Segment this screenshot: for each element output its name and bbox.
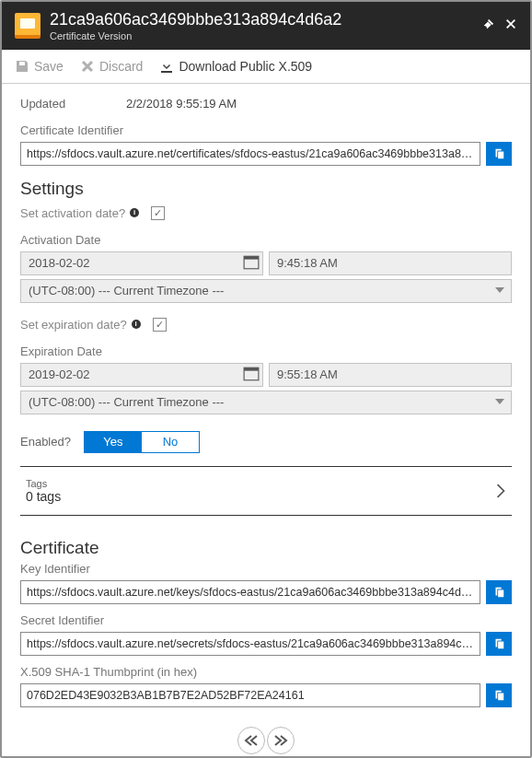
command-bar: Save Discard Download Public X.509 xyxy=(2,50,530,84)
toggle-yes[interactable]: Yes xyxy=(85,432,142,452)
info-icon[interactable]: i xyxy=(130,208,139,217)
tags-row[interactable]: Tags 0 tags xyxy=(20,466,512,516)
updated-value: 2/2/2018 9:55:19 AM xyxy=(126,97,237,111)
copy-icon xyxy=(492,637,505,650)
copy-cert-id-button[interactable] xyxy=(486,142,512,166)
blade-body: Updated 2/2/2018 9:55:19 AM Certificate … xyxy=(2,84,530,756)
enabled-label: Enabled? xyxy=(20,435,71,449)
copy-icon xyxy=(492,147,505,160)
nav-next-button[interactable] xyxy=(267,727,295,754)
secret-id-input[interactable] xyxy=(20,632,480,656)
pin-icon[interactable] xyxy=(482,17,495,34)
toggle-no[interactable]: No xyxy=(142,432,199,452)
header-text: 21ca9a606ac3469bbbe313a894c4d6a2 Certifi… xyxy=(50,10,482,41)
thumbprint-label: X.509 SHA-1 Thumbprint (in hex) xyxy=(20,665,512,679)
discard-button[interactable]: Discard xyxy=(80,59,143,74)
blade-frame: 21ca9a606ac3469bbbe313a894c4d6a2 Certifi… xyxy=(0,0,532,758)
close-icon[interactable] xyxy=(504,17,517,34)
expiration-timezone-select[interactable] xyxy=(20,391,512,414)
save-icon xyxy=(15,59,29,74)
discard-icon xyxy=(80,59,95,74)
certificate-icon xyxy=(15,13,40,39)
copy-key-id-button[interactable] xyxy=(486,580,512,604)
copy-icon xyxy=(492,586,505,599)
key-id-input[interactable] xyxy=(20,580,480,604)
secret-id-label: Secret Identifier xyxy=(20,613,512,627)
tags-count: 0 tags xyxy=(26,489,495,504)
key-id-label: Key Identifier xyxy=(20,562,512,576)
activation-time-input[interactable] xyxy=(269,251,512,275)
nav-prev-button[interactable] xyxy=(237,727,265,754)
cert-id-input[interactable] xyxy=(20,142,480,166)
thumbprint-input[interactable] xyxy=(20,683,480,707)
download-button[interactable]: Download Public X.509 xyxy=(159,59,312,74)
expiration-date-label: Expiration Date xyxy=(20,344,512,358)
expiration-checkbox[interactable] xyxy=(153,318,167,332)
footer-nav xyxy=(237,727,295,754)
chevron-right-icon xyxy=(495,484,506,498)
activation-date-label: Activation Date xyxy=(20,233,512,247)
activation-timezone-select[interactable] xyxy=(20,279,512,303)
updated-label: Updated xyxy=(20,97,126,111)
copy-secret-id-button[interactable] xyxy=(486,632,512,656)
set-activation-label: Set activation date? xyxy=(20,206,125,220)
blade-title: 21ca9a606ac3469bbbe313a894c4d6a2 xyxy=(50,10,482,30)
activation-date-input[interactable] xyxy=(20,251,263,275)
download-icon xyxy=(159,59,174,74)
settings-heading: Settings xyxy=(20,179,512,199)
cert-id-label: Certificate Identifier xyxy=(20,123,512,137)
tags-label: Tags xyxy=(26,478,495,489)
copy-thumbprint-button[interactable] xyxy=(486,683,512,707)
certificate-heading: Certificate xyxy=(20,538,512,558)
info-icon[interactable]: i xyxy=(132,320,141,329)
expiration-time-input[interactable] xyxy=(269,363,512,387)
enabled-toggle[interactable]: Yes No xyxy=(84,431,200,453)
blade-header: 21ca9a606ac3469bbbe313a894c4d6a2 Certifi… xyxy=(2,2,530,50)
save-button[interactable]: Save xyxy=(15,59,64,74)
blade-subtitle: Certificate Version xyxy=(50,30,482,41)
activation-checkbox[interactable] xyxy=(151,206,165,220)
set-expiration-label: Set expiration date? xyxy=(20,318,127,332)
expiration-date-input[interactable] xyxy=(20,363,263,387)
copy-icon xyxy=(492,689,505,702)
